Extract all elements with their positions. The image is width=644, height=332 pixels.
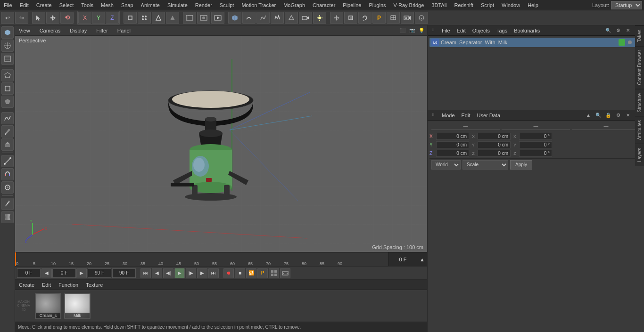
frame-start-field[interactable] bbox=[17, 268, 41, 278]
coord-x-scale[interactable] bbox=[519, 133, 552, 140]
z-axis-button[interactable]: Z bbox=[106, 12, 119, 24]
menu-sculpt[interactable]: Sculpt bbox=[216, 1, 238, 9]
menu-simulate[interactable]: Simulate bbox=[164, 1, 191, 9]
apply-button[interactable]: Apply bbox=[510, 160, 532, 170]
light-button[interactable] bbox=[313, 12, 326, 24]
menu-character[interactable]: Character bbox=[309, 1, 339, 9]
scale-select[interactable]: ScaleAbsolute Scale bbox=[462, 160, 508, 170]
undo-button[interactable]: ↩ bbox=[1, 12, 14, 24]
menu-3dtall[interactable]: 3DTAll bbox=[428, 1, 450, 9]
menu-redshift[interactable]: Redshift bbox=[451, 1, 477, 9]
viewport-filter-menu[interactable]: Filter bbox=[94, 27, 109, 34]
frame-start-spinner[interactable] bbox=[52, 268, 76, 278]
objects-objects-menu[interactable]: Objects bbox=[471, 27, 492, 34]
x-axis-button[interactable]: X bbox=[78, 12, 91, 24]
menu-window[interactable]: Window bbox=[498, 1, 524, 9]
next-frame-btn[interactable]: ▶ bbox=[197, 268, 207, 278]
menu-pipeline[interactable]: Pipeline bbox=[339, 1, 365, 9]
viewport-display-menu[interactable]: Display bbox=[68, 27, 89, 34]
world-select[interactable]: WorldLocalScreen bbox=[431, 160, 461, 170]
object-mode-button[interactable] bbox=[124, 12, 137, 24]
stop-btn[interactable]: ■ bbox=[235, 268, 245, 278]
select-tool-button[interactable] bbox=[32, 12, 45, 24]
menu-tools[interactable]: Tools bbox=[77, 1, 97, 9]
redo-button[interactable]: ↪ bbox=[15, 12, 28, 24]
polygon-mode-button[interactable] bbox=[166, 12, 179, 24]
menu-help[interactable]: Help bbox=[524, 1, 542, 9]
cube-button[interactable] bbox=[228, 12, 241, 24]
mat-texture-menu[interactable]: Texture bbox=[84, 281, 105, 289]
coord-z-scale[interactable] bbox=[519, 150, 552, 157]
mat-edit-menu[interactable]: Edit bbox=[40, 281, 53, 289]
magnet-btn[interactable] bbox=[1, 168, 14, 180]
menu-render[interactable]: Render bbox=[191, 1, 216, 9]
model-mode-btn[interactable] bbox=[1, 26, 14, 39]
play-btn[interactable]: ▶ bbox=[174, 268, 185, 278]
move-tool2-button[interactable] bbox=[330, 12, 343, 24]
goto-start-btn[interactable]: ⏮ bbox=[140, 268, 151, 278]
coord-x-rot[interactable] bbox=[478, 133, 511, 140]
menu-snap[interactable]: Snap bbox=[117, 1, 137, 9]
objects-search-icon[interactable]: 🔍 bbox=[604, 26, 612, 35]
rtab-layers[interactable]: Layers bbox=[635, 144, 644, 166]
camera-icon[interactable]: 📷 bbox=[408, 28, 416, 33]
point-mode-button[interactable] bbox=[138, 12, 151, 24]
smooth-btn[interactable] bbox=[1, 181, 14, 194]
attr-icon3[interactable]: 🔒 bbox=[604, 111, 612, 120]
viewport-view-menu[interactable]: View bbox=[17, 27, 32, 34]
camera2-button[interactable] bbox=[401, 12, 414, 24]
viewport-panel-menu[interactable]: Panel bbox=[116, 27, 132, 34]
layout-select[interactable]: Startup bbox=[611, 1, 642, 9]
texture-mode-btn[interactable] bbox=[1, 40, 14, 52]
attr-icon4[interactable]: ⚙ bbox=[614, 111, 622, 120]
grid-transport-btn[interactable] bbox=[269, 268, 279, 278]
extrude-btn[interactable] bbox=[1, 138, 14, 151]
material-milk[interactable]: Milk bbox=[64, 293, 91, 319]
render-view-button[interactable] bbox=[183, 12, 196, 24]
polygon-mode-btn[interactable] bbox=[1, 96, 14, 108]
coord-y-rot[interactable] bbox=[478, 141, 511, 148]
p-button[interactable]: P bbox=[372, 12, 386, 24]
objects-tags-menu[interactable]: Tags bbox=[495, 27, 509, 34]
goto-end-btn[interactable]: ⏭ bbox=[208, 268, 219, 278]
p-transport-btn[interactable]: P bbox=[257, 268, 268, 278]
menu-select[interactable]: Select bbox=[56, 1, 78, 9]
y-axis-button[interactable]: Y bbox=[92, 12, 105, 24]
prev-frame-btn[interactable]: ◀ bbox=[152, 268, 162, 278]
menu-file[interactable]: File bbox=[0, 1, 16, 9]
move-tool-button[interactable] bbox=[46, 12, 59, 24]
objects-close-icon[interactable]: ✕ bbox=[624, 26, 632, 35]
objects-edit-menu[interactable]: Edit bbox=[455, 27, 468, 34]
grid-button[interactable] bbox=[387, 12, 400, 24]
objects-file-menu[interactable]: File bbox=[440, 27, 452, 34]
menu-plugins[interactable]: Plugins bbox=[365, 1, 389, 9]
attr-edit-menu[interactable]: Edit bbox=[460, 112, 472, 119]
object-row-cream-separator[interactable]: L0 Cream_Separator_With_Milk bbox=[429, 38, 642, 47]
coord-y-pos[interactable] bbox=[436, 141, 469, 148]
render-pic-button[interactable] bbox=[197, 12, 210, 24]
start-spinner-up[interactable]: ▶ bbox=[76, 268, 87, 278]
mat-create-menu[interactable]: Create bbox=[17, 281, 36, 289]
menu-create[interactable]: Create bbox=[33, 1, 56, 9]
menu-mesh[interactable]: Mesh bbox=[97, 1, 117, 9]
camera-button[interactable] bbox=[299, 12, 312, 24]
coord-z-pos[interactable] bbox=[436, 150, 469, 157]
render-anim-button[interactable] bbox=[211, 12, 224, 24]
light-icon[interactable]: 💡 bbox=[418, 28, 425, 33]
rtab-takes[interactable]: Takes bbox=[635, 25, 644, 46]
rtab-attributes[interactable]: Attributes bbox=[635, 116, 644, 144]
paint-btn[interactable] bbox=[1, 198, 14, 210]
viewport-cameras-menu[interactable]: Cameras bbox=[38, 27, 63, 34]
rotate-button[interactable] bbox=[358, 12, 372, 24]
record-btn[interactable]: ⏺ bbox=[223, 268, 234, 278]
attr-mode-menu[interactable]: Mode bbox=[440, 112, 457, 119]
nurbs-button[interactable] bbox=[256, 12, 270, 24]
attr-icon1[interactable]: ▲ bbox=[584, 111, 593, 120]
timeline-expand-btn[interactable]: ▲ bbox=[417, 252, 427, 266]
coord-y-scale[interactable] bbox=[519, 141, 552, 148]
menu-animate[interactable]: Animate bbox=[137, 1, 164, 9]
frame-end-field[interactable] bbox=[88, 268, 111, 278]
environment-button[interactable] bbox=[285, 12, 298, 24]
film-transport-btn[interactable] bbox=[280, 268, 290, 278]
rtab-content-browser[interactable]: Content Browser bbox=[635, 46, 644, 89]
